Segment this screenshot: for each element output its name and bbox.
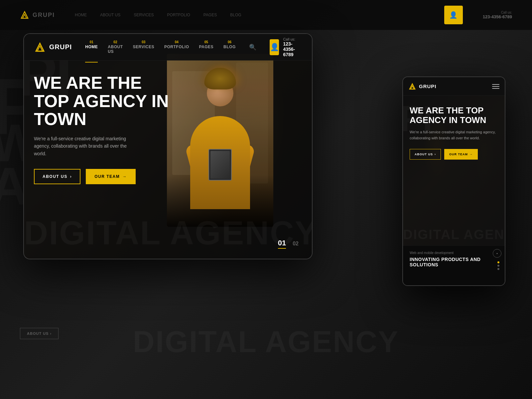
tablet-logo-icon (34, 41, 46, 53)
mobile-our-team-arrow: → (469, 153, 473, 156)
tablet-nav-services-label: SERVICES (133, 45, 154, 49)
bg-nav-services: SERVICES (134, 13, 154, 17)
mobile-about-us-label: ABOUT US (415, 153, 433, 156)
tablet-nav-services-num: 03 (142, 40, 145, 44)
mobile-hero-heading: WE ARE THE TOP AGENCY IN TOWN (410, 106, 498, 125)
bg-nav-about: ABOUT US (100, 13, 120, 17)
tablet-nav-pages-label: PAGES (199, 45, 213, 49)
mobile-dot-3 (497, 268, 499, 270)
bg-phone-number: 123-4356-6789 (483, 14, 512, 19)
mobile-dot-1 (497, 261, 499, 263)
mobile-logo: GRUPI (408, 82, 437, 90)
bg-nav-home: HOME (75, 13, 87, 17)
tablet-call-label: Call us: (283, 37, 302, 41)
mobile-bottom-section: • Web and mobile development INNOVATING … (403, 245, 505, 285)
mobile-about-us-button[interactable]: ABOUT US › (410, 149, 441, 160)
tablet-nav-portfolio-num: 04 (175, 40, 179, 44)
mobile-watermark-digital: DIGITAL AGENCY (403, 227, 505, 242)
tablet-phone-info: Call us: 123-4356-6789 (283, 37, 302, 57)
mobile-content: PI DIGITAL AGENCY WE ARE THE TOP AGENCY … (403, 96, 505, 285)
bg-bottom-watermark: DIGITAL AGENCY (0, 325, 532, 359)
tablet-nav-home-label: HOME (85, 45, 98, 49)
tablet-our-team-arrow: → (122, 174, 127, 179)
mobile-hero-description: We're a full-service creative digital ma… (410, 129, 498, 141)
bg-bottom-buttons: ABOUT US › (20, 328, 59, 339)
bg-phone-info: Call us: 123-4356-6789 (483, 11, 512, 19)
tablet-about-us-label: ABOUT US (43, 174, 67, 179)
tablet-nav-blog[interactable]: 06 BLOG (223, 40, 236, 54)
tablet-nav-about-num: 02 (113, 40, 117, 44)
tablet-our-team-button[interactable]: OUR TEAM → (86, 169, 136, 184)
tablet-center-image (167, 54, 273, 227)
tablet-nav-portfolio-label: PORTFOLIO (164, 45, 189, 49)
bg-nav-pages: PAGES (203, 13, 217, 17)
mobile-logo-icon (408, 82, 416, 90)
hamburger-line-1 (492, 84, 499, 85)
tablet-about-us-arrow: › (70, 174, 72, 179)
tablet-nav-pages-num: 05 (204, 40, 208, 44)
bg-about-btn: ABOUT US › (20, 328, 59, 339)
tablet-nav-home[interactable]: 01 HOME (85, 40, 98, 54)
tablet-nav-about[interactable]: 02 ABOUT US (108, 40, 123, 54)
tablet-our-team-label: OUR TEAM (94, 174, 120, 179)
tablet-watermark-digital: DIGITAL AGENCY (24, 214, 312, 252)
tablet-brand-name: GRUPI (49, 43, 72, 51)
mobile-dot-2 (497, 265, 499, 267)
tablet-nav-home-num: 01 (90, 40, 93, 44)
bg-user-icon: 👤 (449, 11, 458, 19)
person-tablet-prop (208, 149, 232, 181)
tablet-nav-portfolio[interactable]: 04 PORTFOLIO (164, 40, 189, 54)
tablet-about-us-button[interactable]: ABOUT US › (34, 169, 80, 184)
tablet-nav-links: 01 HOME 02 ABOUT US 03 SERVICES 04 PORTF… (85, 40, 235, 54)
tablet-cta-button[interactable]: 👤 (270, 39, 279, 55)
hamburger-line-3 (492, 88, 499, 89)
bg-cta-icon: 👤 (444, 6, 463, 24)
bg-brand-name: GRUPI (33, 12, 55, 19)
tablet-hero-description: We're a full-service creative digital ma… (34, 135, 140, 157)
mobile-hamburger[interactable] (492, 84, 499, 89)
tablet-nav-pages[interactable]: 05 PAGES (199, 40, 213, 54)
mobile-brand-name: GRUPI (419, 83, 437, 89)
svg-marker-2 (36, 43, 44, 51)
mobile-circle-nav-icon[interactable]: • (493, 249, 501, 258)
tablet-mockup: PI DIGITAL AGENCY GRUPI 01 HOME 02 ABOUT… (23, 33, 313, 259)
bg-call-label: Call us: (483, 11, 512, 14)
mobile-bottom-dots (497, 261, 499, 270)
mobile-our-team-label: OUR TEAM (449, 153, 468, 156)
tablet-nav-blog-num: 06 (228, 40, 231, 44)
tablet-nav-services[interactable]: 03 SERVICES (133, 40, 154, 54)
mobile-mockup: GRUPI PI DIGITAL AGENCY WE ARE THE TOP A… (402, 76, 505, 286)
bg-nav: HOME ABOUT US SERVICES PORTFOLIO PAGES B… (75, 13, 241, 17)
bg-logo-icon (20, 10, 29, 20)
tablet-nav: GRUPI 01 HOME 02 ABOUT US 03 SERVICES 04… (24, 34, 312, 61)
hamburger-line-2 (492, 86, 499, 87)
tablet-logo: GRUPI (34, 41, 72, 53)
bg-logo: GRUPI (20, 10, 55, 20)
tablet-nav-blog-label: BLOG (223, 45, 236, 49)
mobile-our-team-button[interactable]: OUR TEAM → (444, 149, 478, 160)
tablet-search-icon[interactable]: 🔍 (249, 44, 256, 51)
mobile-bottom-heading: INNOVATING PRODUCTS AND SOLUTIONS (410, 257, 498, 267)
bg-top-bar: GRUPI HOME ABOUT US SERVICES PORTFOLIO P… (0, 0, 532, 30)
mobile-hero-buttons: ABOUT US › OUR TEAM → (410, 149, 498, 160)
bg-nav-portfolio: PORTFOLIO (167, 13, 190, 17)
person-image-container (167, 54, 273, 227)
mobile-hero-text: WE ARE THE TOP AGENCY IN TOWN We're a fu… (410, 106, 498, 160)
tablet-nav-cta: 👤 Call us: 123-4356-6789 (270, 37, 302, 57)
mobile-bottom-label: Web and mobile development (410, 251, 498, 255)
tablet-nav-about-label: ABOUT US (108, 45, 123, 54)
bg-nav-blog: BLOG (230, 13, 241, 17)
tablet-user-icon: 👤 (270, 43, 279, 52)
tablet-phone-number: 123-4356-6789 (283, 41, 302, 57)
mobile-nav: GRUPI (403, 77, 505, 96)
tablet-hero-buttons: ABOUT US › OUR TEAM → (34, 169, 174, 184)
mobile-about-us-arrow: › (435, 153, 436, 156)
